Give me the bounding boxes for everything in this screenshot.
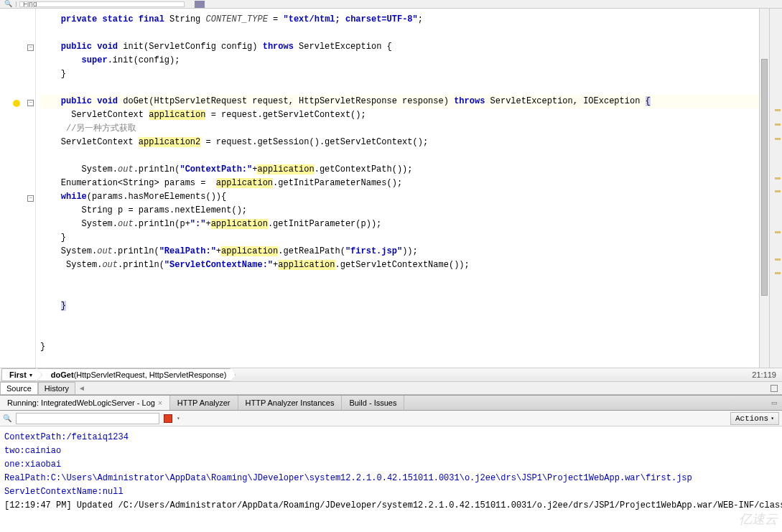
code-text: .getServletContextName()); (335, 260, 470, 270)
ruler-mark[interactable] (775, 272, 781, 274)
ruler-mark[interactable] (775, 123, 781, 126)
actions-label: Actions (735, 414, 768, 423)
ruler-mark[interactable] (775, 138, 781, 140)
ruler-mark[interactable] (775, 231, 781, 233)
console-line: [12:19:47 PM] Updated /C:/Users/Administ… (4, 499, 778, 513)
code-text: .println( (134, 164, 180, 174)
console-line: one:xiaobai (4, 458, 778, 472)
brace: } (40, 69, 66, 79)
keyword: void (92, 96, 118, 106)
tab-build-issues[interactable]: Build - Issues (342, 396, 404, 410)
identifier: out (102, 260, 118, 270)
identifier: out (118, 219, 134, 229)
search-icon[interactable]: 🔍 (3, 1, 13, 8)
breadcrumb-class[interactable]: First▾ (1, 368, 42, 381)
highlight: application (278, 260, 335, 270)
vertical-scrollbar[interactable] (759, 9, 769, 368)
keyword: private (61, 14, 97, 24)
keyword: void (92, 42, 118, 52)
string-literal: "ServletContextName:" (164, 260, 273, 270)
exception: ServletException, IOException (485, 96, 645, 106)
highlight: application (221, 246, 278, 256)
ruler-mark[interactable] (775, 177, 781, 179)
bookmark-icon[interactable] (210, 1, 220, 8)
log-search-input[interactable] (16, 413, 159, 424)
dropdown-icon[interactable]: ▾ (177, 415, 180, 421)
gutter: − − − (0, 9, 36, 368)
console-line: ServletContextName:null (4, 485, 778, 499)
code-text: = request.getServletContext(); (205, 110, 366, 120)
minimize-icon[interactable]: ▭ (767, 396, 782, 410)
code-text: = request.getSession().getServletContext… (200, 137, 428, 147)
ruler-mark[interactable] (775, 109, 781, 111)
log-search-bar: 🔍 ▾ Actions▾ (0, 411, 782, 426)
tab-history[interactable]: History (38, 382, 75, 394)
code-text: System. (40, 260, 102, 270)
type: String (164, 14, 206, 24)
lightbulb-icon[interactable] (13, 100, 20, 107)
fold-icon[interactable]: − (27, 195, 34, 202)
string-literal: "text/html; charset=UTF-8" (284, 14, 418, 24)
highlight: application (211, 219, 268, 229)
scroll-left-icon[interactable]: ◄ (78, 384, 85, 392)
brace: } (40, 342, 45, 352)
code-text: ServletContext (40, 137, 139, 147)
console-output[interactable]: ContextPath:/feitaiq1234 two:cainiao one… (0, 426, 782, 517)
method-sig: doGet(HttpServletRequest request, HttpSe… (118, 96, 454, 106)
ruler-mark[interactable] (775, 258, 781, 261)
cursor-position: 21:119 (746, 370, 782, 379)
code-text: System. (40, 219, 118, 229)
bottom-panel-tabs: Running: IntegratedWebLogicServer - Log×… (0, 395, 782, 411)
scroll-thumb[interactable] (761, 59, 768, 296)
keyword: static (102, 14, 133, 24)
op: + (205, 219, 210, 229)
find-input[interactable] (19, 1, 185, 7)
string-literal: "ContextPath:" (180, 164, 252, 174)
op: + (216, 246, 221, 256)
toolbar-icons-group (195, 1, 220, 8)
fold-icon[interactable]: − (27, 45, 34, 51)
tab-running-log[interactable]: Running: IntegratedWebLogicServer - Log× (0, 396, 170, 410)
code-text: .getContextPath()); (315, 164, 413, 174)
editor-bottom-tabs: Source History ◄ (0, 382, 782, 395)
ruler-mark[interactable] (775, 190, 781, 192)
tab-source[interactable]: Source (0, 382, 38, 394)
method-sig: init(ServletConfig config) (118, 42, 263, 52)
code-editor[interactable]: − − − private static final String CONTEN… (0, 9, 782, 368)
close-icon[interactable]: × (158, 399, 162, 407)
code-text: ServletContext (40, 110, 149, 120)
split-icon[interactable] (771, 385, 778, 392)
tab-http-analyzer-instances[interactable]: HTTP Analyzer Instances (238, 396, 343, 410)
tab-label: Running: IntegratedWebLogicServer - Log (7, 398, 155, 407)
op: = (268, 14, 284, 24)
highlight: application (257, 164, 314, 174)
breadcrumb-method[interactable]: doGet(HttpServletRequest, HttpServletRes… (37, 368, 236, 381)
search-icon[interactable]: 🔍 (3, 414, 11, 423)
actions-button[interactable]: Actions▾ (730, 412, 779, 425)
string-literal: "first.jsp" (345, 246, 402, 256)
keyword: public (61, 96, 92, 106)
fold-icon[interactable]: − (27, 100, 34, 106)
highlight: application (149, 110, 205, 120)
code-content[interactable]: private static final String CONTENT_TYPE… (36, 9, 782, 368)
breadcrumb-label: doGet (51, 370, 74, 379)
code-text: .init(config); (108, 55, 180, 65)
breadcrumb-bar: First▾ doGet(HttpServletRequest, HttpSer… (0, 368, 782, 382)
console-line: two:cainiao (4, 444, 778, 458)
code-text: System. (40, 246, 97, 256)
breadcrumb-label: First (9, 370, 27, 379)
code-text: Enumeration<String> params = (40, 178, 216, 188)
string-literal: "RealPath:" (159, 246, 216, 256)
outdent-icon[interactable] (195, 1, 205, 8)
code-text: .getInitParameterNames(); (273, 178, 402, 188)
tab-http-analyzer[interactable]: HTTP Analyzer (170, 396, 238, 410)
stop-icon[interactable] (164, 414, 172, 423)
brace: } (61, 301, 66, 311)
comment: //另一种方式获取 (40, 123, 136, 134)
console-line: ContextPath:/feitaiq1234 (4, 431, 778, 444)
identifier: out (118, 164, 134, 174)
exception: ServletException { (294, 42, 392, 52)
error-ruler[interactable] (769, 9, 782, 368)
keyword: final (139, 14, 164, 24)
identifier: CONTENT_TYPE (205, 14, 267, 24)
